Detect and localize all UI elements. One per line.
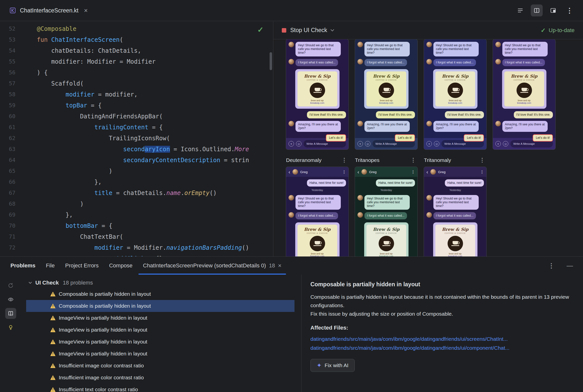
- chat-message-row: Amazing, I'll see you there at 2pm?: [288, 121, 346, 132]
- chat-bubble: Amazing, I'll see you there at 2pm?: [433, 121, 479, 132]
- tab-chatinterfacescreen-preview[interactable]: ChatInterfaceScreenPreview (sortedChatDe…: [138, 257, 287, 274]
- problem-item[interactable]: ImageView is partially hidden in layout: [26, 324, 295, 336]
- problem-item[interactable]: Composable is partially hidden in layout: [26, 300, 295, 312]
- fix-with-ai-button[interactable]: ✦ Fix with AI: [311, 359, 355, 372]
- problem-item[interactable]: Insufficient image color contrast ratio: [26, 372, 295, 384]
- preview-phone[interactable]: Hey! Should we go to that cafe you menti…: [286, 39, 349, 150]
- minimize-panel-icon[interactable]: —: [566, 262, 573, 270]
- tab-compose[interactable]: Compose: [104, 257, 138, 274]
- chevron-down-icon[interactable]: [331, 28, 334, 31]
- card-brand-text: Brew & Sip: [506, 74, 542, 78]
- preview-phone[interactable]: Hey! Should we go to that cafe you menti…: [355, 39, 417, 150]
- chat-header: ‹Greg⋮: [355, 167, 417, 177]
- problems-tree[interactable]: UI Check 18 problems Composable is parti…: [21, 274, 301, 392]
- problem-item[interactable]: ImageView is partially hidden in layout: [26, 312, 295, 324]
- chat-message-row: I forgot what it was called...: [358, 212, 415, 220]
- preview-layout-icon[interactable]: [547, 4, 559, 16]
- chat-message-row: Hey! Should we go to that cafe you menti…: [495, 42, 553, 56]
- preview-label-deuteranomaly: Deuteranomaly ⋮: [286, 157, 349, 164]
- back-icon[interactable]: ‹: [426, 170, 428, 174]
- add-icon[interactable]: +: [288, 141, 294, 146]
- affected-file-link[interactable]: datingandfriends/src/main/java/com/ibm/g…: [311, 334, 574, 344]
- chat-message-row: Amazing, I'll see you there at 2pm?: [495, 121, 553, 132]
- close-tab-icon[interactable]: ×: [84, 7, 88, 14]
- panel-options-icon[interactable]: ⋮: [548, 262, 555, 270]
- card-brand-text: Brew & Sip: [437, 74, 473, 78]
- back-icon[interactable]: ‹: [358, 170, 359, 174]
- editor-tab-title: ChatInterfaceScreen.kt: [20, 7, 78, 14]
- tab-project-errors[interactable]: Project Errors: [60, 257, 104, 274]
- avatar: [288, 212, 294, 218]
- chat-bubble: I forgot what it was called...: [364, 212, 407, 220]
- warning-icon: [50, 328, 56, 332]
- kebab-icon[interactable]: ⋮: [411, 170, 415, 174]
- affected-file-link[interactable]: datingandfriends/src/main/java/com/ibm/g…: [311, 344, 574, 352]
- lightbulb-icon[interactable]: [5, 322, 16, 333]
- kebab-icon[interactable]: ⋮: [340, 157, 349, 164]
- flagged-bubble: Let's do it!: [464, 134, 484, 142]
- editor-scrollbar[interactable]: [269, 52, 272, 70]
- structure-view-icon[interactable]: [514, 4, 526, 16]
- coffee-cup-image: [379, 236, 394, 251]
- tab-problems[interactable]: Problems: [5, 257, 41, 274]
- preview-label-text: Tritanomaly: [424, 157, 451, 163]
- avatar: [358, 212, 363, 218]
- kebab-icon[interactable]: ⋮: [409, 157, 417, 164]
- eye-icon[interactable]: [5, 294, 16, 305]
- chevron-down-icon[interactable]: [29, 280, 32, 284]
- chat-bubble: Amazing, I'll see you there at 2pm?: [502, 121, 548, 132]
- add-icon[interactable]: +: [426, 141, 432, 146]
- kebab-icon[interactable]: ⋮: [342, 170, 346, 174]
- emoji-icon[interactable]: ☺: [503, 141, 508, 146]
- problem-item[interactable]: Insufficient text color contrast ratio: [26, 384, 295, 392]
- preview-pane-toggle-icon[interactable]: [5, 308, 16, 319]
- emoji-icon[interactable]: ☺: [296, 141, 302, 146]
- line-number: 70: [0, 220, 16, 231]
- code-editor[interactable]: 5253545556575859606162636465666768697071…: [0, 22, 273, 256]
- emoji-icon[interactable]: ☺: [434, 141, 439, 146]
- avatar: [358, 121, 363, 126]
- kebab-icon[interactable]: ⋮: [480, 170, 484, 174]
- affected-files-label: Affected Files:: [311, 324, 574, 331]
- problems-tabs: Problems File Project Errors Compose Cha…: [0, 257, 583, 274]
- emoji-icon[interactable]: ☺: [365, 141, 370, 146]
- stop-ui-check-button[interactable]: Stop UI Check: [290, 27, 327, 34]
- refresh-icon[interactable]: [5, 280, 16, 291]
- preview-phone[interactable]: ‹Greg⋮Haha, next time for sure!Yesterday…: [286, 167, 349, 256]
- problem-item[interactable]: Composable is partially hidden in layout: [26, 288, 295, 300]
- add-icon[interactable]: +: [495, 141, 501, 146]
- chat-bubble: Hey! Should we go to that cafe you menti…: [502, 42, 548, 56]
- chat-bubble: I forgot what it was called...: [433, 59, 476, 66]
- chat-bubble: Hey! Should we go to that cafe you menti…: [296, 195, 341, 210]
- problem-item[interactable]: Insufficient image color contrast ratio: [26, 360, 295, 372]
- tab-file[interactable]: File: [41, 257, 60, 274]
- card-brand-text: Brew & Sip: [300, 74, 335, 78]
- chat-bubble: I forgot what it was called...: [502, 59, 545, 66]
- preview-phone[interactable]: Hey! Should we go to that cafe you menti…: [493, 39, 555, 150]
- problem-item[interactable]: ImageView is partially hidden in layout: [26, 336, 295, 348]
- split-editor-icon[interactable]: [531, 4, 543, 16]
- avatar: [426, 59, 432, 64]
- preview-phone[interactable]: ‹Greg⋮Haha, next time for sure!Yesterday…: [355, 167, 417, 256]
- chat-bubble: Hey! Should we go to that cafe you menti…: [364, 42, 410, 56]
- problem-count-badge: 18: [269, 262, 275, 269]
- chat-message-row: Hey! Should we go to that cafe you menti…: [288, 42, 346, 56]
- back-icon[interactable]: ‹: [288, 170, 290, 174]
- code-line: secondaryContentDescription = strin: [37, 155, 273, 166]
- problem-item[interactable]: ImageView is partially hidden in layout: [26, 348, 295, 360]
- code-area[interactable]: @Composablefun ChatInterfaceScreen( chat…: [18, 24, 273, 256]
- preview-phone[interactable]: ‹Greg⋮Haha, next time for sure!Yesterday…: [424, 167, 486, 256]
- add-icon[interactable]: +: [358, 141, 363, 146]
- editor-tab[interactable]: ChatInterfaceScreen.kt ×: [8, 0, 90, 21]
- close-tab-icon[interactable]: ×: [278, 262, 281, 269]
- line-number: 64: [0, 155, 16, 166]
- preview-phone[interactable]: Hey! Should we go to that cafe you menti…: [424, 39, 486, 150]
- avatar: [430, 169, 436, 174]
- warning-icon: [50, 387, 56, 392]
- coffee-card: Brew & SipCOFFEE & CHOICEbrew and sipbre…: [364, 222, 409, 256]
- ui-check-group-row[interactable]: UI Check 18 problems: [21, 278, 301, 288]
- kebab-icon[interactable]: ⋮: [478, 157, 486, 164]
- more-options-icon[interactable]: ⋮: [563, 4, 575, 16]
- preview-canvas[interactable]: Hey! Should we go to that cafe you menti…: [273, 39, 583, 256]
- code-line: },: [37, 210, 273, 220]
